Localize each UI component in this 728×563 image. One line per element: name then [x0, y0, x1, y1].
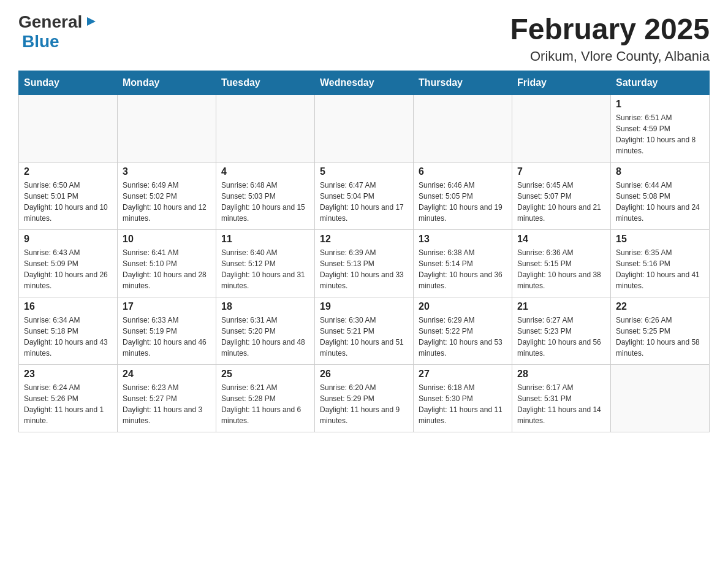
day-info: Sunrise: 6:46 AM Sunset: 5:05 PM Dayligh…: [419, 180, 507, 224]
day-number: 16: [24, 301, 112, 312]
calendar-week-row: 23Sunrise: 6:24 AM Sunset: 5:26 PM Dayli…: [19, 365, 710, 432]
table-row: 25Sunrise: 6:21 AM Sunset: 5:28 PM Dayli…: [216, 365, 315, 432]
day-info: Sunrise: 6:41 AM Sunset: 5:10 PM Dayligh…: [123, 247, 211, 291]
page-header: General Blue February 2025 Orikum, Vlore…: [18, 12, 710, 64]
day-number: 7: [517, 166, 605, 177]
day-info: Sunrise: 6:48 AM Sunset: 5:03 PM Dayligh…: [221, 180, 309, 224]
day-info: Sunrise: 6:38 AM Sunset: 5:14 PM Dayligh…: [419, 247, 507, 291]
day-number: 10: [123, 234, 211, 245]
day-number: 9: [24, 234, 112, 245]
day-info: Sunrise: 6:24 AM Sunset: 5:26 PM Dayligh…: [24, 382, 112, 426]
table-row: 16Sunrise: 6:34 AM Sunset: 5:18 PM Dayli…: [19, 297, 118, 365]
day-number: 12: [320, 234, 408, 245]
day-number: 5: [320, 166, 408, 177]
table-row: [216, 95, 315, 163]
header-friday: Friday: [512, 71, 611, 95]
table-row: 11Sunrise: 6:40 AM Sunset: 5:12 PM Dayli…: [216, 230, 315, 297]
table-row: 6Sunrise: 6:46 AM Sunset: 5:05 PM Daylig…: [414, 163, 512, 230]
day-info: Sunrise: 6:34 AM Sunset: 5:18 PM Dayligh…: [24, 315, 112, 359]
day-number: 4: [221, 166, 309, 177]
calendar-week-row: 1Sunrise: 6:51 AM Sunset: 4:59 PM Daylig…: [19, 95, 710, 163]
day-info: Sunrise: 6:44 AM Sunset: 5:08 PM Dayligh…: [616, 180, 704, 224]
day-info: Sunrise: 6:50 AM Sunset: 5:01 PM Dayligh…: [24, 180, 112, 224]
table-row: 18Sunrise: 6:31 AM Sunset: 5:20 PM Dayli…: [216, 297, 315, 365]
day-number: 13: [419, 234, 507, 245]
day-number: 3: [123, 166, 211, 177]
calendar-week-row: 16Sunrise: 6:34 AM Sunset: 5:18 PM Dayli…: [19, 297, 710, 365]
day-info: Sunrise: 6:21 AM Sunset: 5:28 PM Dayligh…: [221, 382, 309, 426]
calendar-week-row: 2Sunrise: 6:50 AM Sunset: 5:01 PM Daylig…: [19, 163, 710, 230]
calendar-subtitle: Orikum, Vlore County, Albania: [510, 48, 710, 64]
day-number: 17: [123, 301, 211, 312]
day-number: 14: [517, 234, 605, 245]
header-tuesday: Tuesday: [216, 71, 315, 95]
table-row: [611, 365, 710, 432]
day-number: 25: [221, 369, 309, 380]
svg-marker-0: [87, 17, 96, 26]
table-row: 8Sunrise: 6:44 AM Sunset: 5:08 PM Daylig…: [611, 163, 710, 230]
day-number: 22: [616, 301, 704, 312]
day-number: 2: [24, 166, 112, 177]
day-info: Sunrise: 6:43 AM Sunset: 5:09 PM Dayligh…: [24, 247, 112, 291]
day-number: 15: [616, 234, 704, 245]
header-monday: Monday: [118, 71, 216, 95]
table-row: 5Sunrise: 6:47 AM Sunset: 5:04 PM Daylig…: [315, 163, 414, 230]
logo-blue-text: Blue: [22, 32, 59, 51]
day-number: 1: [616, 99, 704, 110]
day-info: Sunrise: 6:47 AM Sunset: 5:04 PM Dayligh…: [320, 180, 408, 224]
logo: General Blue: [18, 12, 98, 52]
day-info: Sunrise: 6:39 AM Sunset: 5:13 PM Dayligh…: [320, 247, 408, 291]
day-info: Sunrise: 6:33 AM Sunset: 5:19 PM Dayligh…: [123, 315, 211, 359]
table-row: 12Sunrise: 6:39 AM Sunset: 5:13 PM Dayli…: [315, 230, 414, 297]
table-row: [118, 95, 216, 163]
table-row: 19Sunrise: 6:30 AM Sunset: 5:21 PM Dayli…: [315, 297, 414, 365]
day-info: Sunrise: 6:30 AM Sunset: 5:21 PM Dayligh…: [320, 315, 408, 359]
table-row: [19, 95, 118, 163]
calendar-title: February 2025: [510, 12, 710, 46]
day-number: 18: [221, 301, 309, 312]
table-row: 27Sunrise: 6:18 AM Sunset: 5:30 PM Dayli…: [414, 365, 512, 432]
logo-triangle: [85, 15, 98, 31]
day-info: Sunrise: 6:31 AM Sunset: 5:20 PM Dayligh…: [221, 315, 309, 359]
table-row: 28Sunrise: 6:17 AM Sunset: 5:31 PM Dayli…: [512, 365, 611, 432]
day-number: 28: [517, 369, 605, 380]
day-number: 6: [419, 166, 507, 177]
table-row: 1Sunrise: 6:51 AM Sunset: 4:59 PM Daylig…: [611, 95, 710, 163]
day-number: 27: [419, 369, 507, 380]
title-block: February 2025 Orikum, Vlore County, Alba…: [510, 12, 710, 64]
table-row: 22Sunrise: 6:26 AM Sunset: 5:25 PM Dayli…: [611, 297, 710, 365]
day-info: Sunrise: 6:35 AM Sunset: 5:16 PM Dayligh…: [616, 247, 704, 291]
day-number: 20: [419, 301, 507, 312]
day-info: Sunrise: 6:18 AM Sunset: 5:30 PM Dayligh…: [419, 382, 507, 426]
day-number: 23: [24, 369, 112, 380]
table-row: 13Sunrise: 6:38 AM Sunset: 5:14 PM Dayli…: [414, 230, 512, 297]
table-row: 9Sunrise: 6:43 AM Sunset: 5:09 PM Daylig…: [19, 230, 118, 297]
header-wednesday: Wednesday: [315, 71, 414, 95]
table-row: 23Sunrise: 6:24 AM Sunset: 5:26 PM Dayli…: [19, 365, 118, 432]
calendar-week-row: 9Sunrise: 6:43 AM Sunset: 5:09 PM Daylig…: [19, 230, 710, 297]
table-row: 15Sunrise: 6:35 AM Sunset: 5:16 PM Dayli…: [611, 230, 710, 297]
day-info: Sunrise: 6:36 AM Sunset: 5:15 PM Dayligh…: [517, 247, 605, 291]
table-row: 20Sunrise: 6:29 AM Sunset: 5:22 PM Dayli…: [414, 297, 512, 365]
table-row: 26Sunrise: 6:20 AM Sunset: 5:29 PM Dayli…: [315, 365, 414, 432]
day-number: 19: [320, 301, 408, 312]
header-saturday: Saturday: [611, 71, 710, 95]
header-thursday: Thursday: [414, 71, 512, 95]
day-info: Sunrise: 6:45 AM Sunset: 5:07 PM Dayligh…: [517, 180, 605, 224]
table-row: 2Sunrise: 6:50 AM Sunset: 5:01 PM Daylig…: [19, 163, 118, 230]
day-info: Sunrise: 6:26 AM Sunset: 5:25 PM Dayligh…: [616, 315, 704, 359]
day-info: Sunrise: 6:51 AM Sunset: 4:59 PM Dayligh…: [616, 112, 704, 156]
day-info: Sunrise: 6:29 AM Sunset: 5:22 PM Dayligh…: [419, 315, 507, 359]
day-number: 26: [320, 369, 408, 380]
table-row: 10Sunrise: 6:41 AM Sunset: 5:10 PM Dayli…: [118, 230, 216, 297]
header-sunday: Sunday: [19, 71, 118, 95]
table-row: 14Sunrise: 6:36 AM Sunset: 5:15 PM Dayli…: [512, 230, 611, 297]
day-info: Sunrise: 6:23 AM Sunset: 5:27 PM Dayligh…: [123, 382, 211, 426]
table-row: 7Sunrise: 6:45 AM Sunset: 5:07 PM Daylig…: [512, 163, 611, 230]
day-info: Sunrise: 6:20 AM Sunset: 5:29 PM Dayligh…: [320, 382, 408, 426]
table-row: 4Sunrise: 6:48 AM Sunset: 5:03 PM Daylig…: [216, 163, 315, 230]
table-row: [414, 95, 512, 163]
table-row: [512, 95, 611, 163]
table-row: [315, 95, 414, 163]
day-info: Sunrise: 6:27 AM Sunset: 5:23 PM Dayligh…: [517, 315, 605, 359]
